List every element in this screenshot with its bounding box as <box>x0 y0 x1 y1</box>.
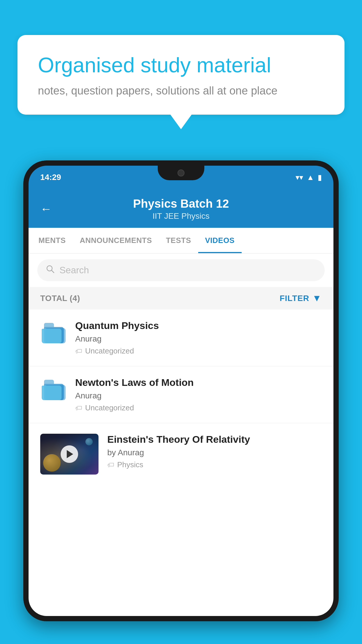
planet-small-decoration <box>85 438 93 445</box>
tag-icon: 🏷 <box>75 347 82 355</box>
play-button[interactable] <box>61 445 78 463</box>
tag-icon: 🏷 <box>107 461 114 469</box>
list-item[interactable]: Einstein's Theory Of Relativity by Anura… <box>29 423 333 485</box>
video-list: Quantum Physics Anurag 🏷 Uncategorized <box>29 309 333 485</box>
total-count: TOTAL (4) <box>40 294 80 303</box>
video-author: Anurag <box>75 391 322 400</box>
filter-label: FILTER <box>280 294 309 303</box>
folder-icon <box>42 380 65 400</box>
filter-row: TOTAL (4) FILTER ▼ <box>29 287 333 309</box>
status-icons: ▾▾ ▲ ▮ <box>296 173 322 182</box>
tag-label: Uncategorized <box>85 346 134 356</box>
folder-icon <box>42 323 65 343</box>
video-tag: 🏷 Uncategorized <box>75 403 322 412</box>
tab-tests[interactable]: TESTS <box>159 228 198 253</box>
batch-title: Physics Batch 12 <box>61 197 301 210</box>
video-info: Einstein's Theory Of Relativity by Anura… <box>107 434 322 469</box>
filter-button[interactable]: FILTER ▼ <box>280 293 322 304</box>
list-item[interactable]: Quantum Physics Anurag 🏷 Uncategorized <box>29 309 333 366</box>
hero-title: Organised study material <box>38 52 324 78</box>
video-info: Newton's Laws of Motion Anurag 🏷 Uncateg… <box>75 377 322 412</box>
search-icon <box>46 265 55 276</box>
play-triangle-icon <box>67 450 73 458</box>
app-header: ← Physics Batch 12 IIT JEE Physics <box>29 189 333 228</box>
back-button[interactable]: ← <box>40 202 52 216</box>
search-container: Search <box>29 253 333 287</box>
video-author: by Anurag <box>107 448 322 457</box>
svg-line-1 <box>52 270 54 273</box>
hero-subtitle: notes, question papers, solutions all at… <box>38 85 324 97</box>
speech-bubble: Organised study material notes, question… <box>17 35 345 115</box>
tag-icon: 🏷 <box>75 404 82 412</box>
video-thumbnail <box>40 434 99 475</box>
search-bar[interactable]: Search <box>37 259 325 281</box>
status-bar: 14:29 ▾▾ ▲ ▮ <box>29 166 333 189</box>
notch <box>158 166 204 180</box>
list-item[interactable]: Newton's Laws of Motion Anurag 🏷 Uncateg… <box>29 366 333 423</box>
video-tag: 🏷 Physics <box>107 460 322 469</box>
phone-wrapper: 14:29 ▾▾ ▲ ▮ ← Physics Batch 12 IIT JEE … <box>23 160 339 644</box>
video-author: Anurag <box>75 334 322 344</box>
video-info: Quantum Physics Anurag 🏷 Uncategorized <box>75 320 322 356</box>
header-center: Physics Batch 12 IIT JEE Physics <box>61 197 301 221</box>
video-title: Einstein's Theory Of Relativity <box>107 434 322 445</box>
folder-icon-container <box>40 377 66 403</box>
video-title: Newton's Laws of Motion <box>75 377 322 388</box>
tag-label: Physics <box>117 460 143 469</box>
batch-subtitle: IIT JEE Physics <box>61 211 301 221</box>
tabs-bar: MENTS ANNOUNCEMENTS TESTS VIDEOS <box>29 228 333 253</box>
video-tag: 🏷 Uncategorized <box>75 346 322 356</box>
folder-icon-container <box>40 320 66 346</box>
status-time: 14:29 <box>40 173 61 182</box>
tab-ments[interactable]: MENTS <box>31 228 73 253</box>
tab-videos[interactable]: VIDEOS <box>198 228 242 253</box>
tag-label: Uncategorized <box>85 403 134 412</box>
filter-icon: ▼ <box>312 293 322 304</box>
battery-icon: ▮ <box>318 173 322 182</box>
hero-section: Organised study material notes, question… <box>17 35 345 115</box>
video-title: Quantum Physics <box>75 320 322 331</box>
phone-screen: ← Physics Batch 12 IIT JEE Physics MENTS… <box>29 189 333 616</box>
search-placeholder: Search <box>59 265 89 276</box>
wifi-icon: ▾▾ <box>296 173 303 182</box>
camera <box>178 169 184 176</box>
tab-announcements[interactable]: ANNOUNCEMENTS <box>73 228 159 253</box>
signal-icon: ▲ <box>307 173 314 182</box>
phone-outer: 14:29 ▾▾ ▲ ▮ ← Physics Batch 12 IIT JEE … <box>23 160 339 621</box>
planet-decoration <box>43 454 61 472</box>
